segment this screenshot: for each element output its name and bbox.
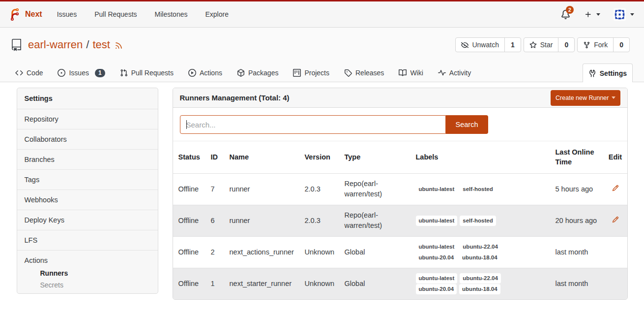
cell-version: 2.0.3 [299,173,339,205]
runner-label-chip: self-hosted [460,184,496,194]
sidebar-item-tags[interactable]: Tags [17,169,158,190]
runner-label-chip: ubuntu-20.04 [416,253,457,263]
nav-item-explore[interactable]: Explore [196,1,237,27]
notification-count-badge: 2 [566,6,574,14]
runner-labels: ubuntu-latestself-hosted [416,216,507,226]
fork-icon [583,41,590,49]
unwatch-label: Unwatch [472,41,498,49]
fork-label: Fork [594,41,608,49]
runner-label-chip: ubuntu-22.04 [460,242,501,252]
sidebar-item-collaborators[interactable]: Collaborators [17,129,158,149]
tab-settings[interactable]: Settings [583,63,633,82]
unwatch-count[interactable]: 1 [504,38,521,52]
cell-type: Global [339,236,410,268]
nav-item-issues[interactable]: Issues [48,1,86,27]
fork-button[interactable]: Fork [578,38,613,52]
sidebar-sublist: RunnersSecrets [25,267,150,291]
nav-item-milestones[interactable]: Milestones [146,1,197,27]
repo-owner-link[interactable]: earl-warren [28,38,83,51]
column-header-status: Status [173,141,205,173]
cell-id: 1 [205,268,224,299]
cell-status: Offline [173,236,205,268]
column-header-labels: Labels [410,141,550,173]
create-new-runner-label: Create new Runner [556,95,609,101]
sidebar-item-actions[interactable]: Actions [25,256,48,264]
tab-label: Releases [355,69,384,77]
cell-edit [607,268,628,299]
search-input[interactable] [180,115,446,134]
rss-icon[interactable] [110,40,123,50]
eye-closed-icon [461,41,468,49]
create-new-menu[interactable] [585,11,600,18]
sidebar-item-webhooks[interactable]: Webhooks [17,190,158,210]
runners-table-head: StatusIDNameVersionTypeLabelsLast Online… [173,141,628,173]
tab-issues[interactable]: Issues1 [50,63,112,82]
runner-label-chip: ubuntu-latest [416,184,458,194]
star-icon [529,41,537,49]
book-icon [399,69,407,77]
cell-labels: ubuntu-latestubuntu-22.04ubuntu-20.04ubu… [410,236,550,268]
tab-packages[interactable]: Packages [230,63,286,82]
top-navbar: Next IssuesPull RequestsMilestonesExplor… [0,0,644,28]
tab-releases[interactable]: Releases [337,63,391,82]
runner-label-chip: ubuntu-18.04 [459,284,500,294]
user-menu[interactable] [614,8,634,21]
sidebar-subitem-runners[interactable]: Runners [25,267,150,279]
cell-version: Unknown [299,268,339,299]
cell-id: 2 [205,236,224,268]
nav-item-pull-requests[interactable]: Pull Requests [86,1,146,27]
create-new-runner-button[interactable]: Create new Runner [551,90,620,106]
play-icon [188,69,196,77]
cell-last-online: 20 hours ago [550,205,607,236]
repo-title-separator: / [86,38,89,51]
sidebar-item-lfs[interactable]: LFS [17,230,158,250]
tab-label: Activity [449,69,471,77]
unwatch-button-group: Unwatch1 [455,37,521,52]
brand-name: Next [25,10,42,19]
tag-icon [344,69,352,77]
edit-runner-button[interactable] [612,185,619,191]
column-header-type: Type [339,141,410,173]
sidebar-item-repository[interactable]: Repository [17,109,158,129]
sidebar-subitem-secrets[interactable]: Secrets [25,279,150,291]
code-icon [15,69,23,77]
cell-type: Global [339,268,410,299]
repo-book-icon [10,39,28,51]
star-count[interactable]: 0 [558,38,574,52]
chevron-down-icon [630,13,634,16]
tab-actions[interactable]: Actions [181,63,230,82]
cell-last-online: 5 hours ago [550,173,607,205]
runner-labels: ubuntu-latestubuntu-22.04ubuntu-20.04ubu… [416,273,507,294]
sidebar-item-branches[interactable]: Branches [17,149,158,169]
tab-projects[interactable]: Projects [286,63,337,82]
notifications-button[interactable]: 2 [561,10,570,19]
tab-pull-requests[interactable]: Pull Requests [113,63,181,82]
edit-runner-button[interactable] [612,216,619,223]
search-button[interactable]: Search [446,115,488,134]
main-content: SettingsRepositoryCollaboratorsBranchesT… [17,88,628,300]
panel-header: Runners Management (Total: 4) Create new… [173,88,627,108]
runner-search-form: Search [173,108,627,141]
runner-labels: ubuntu-latestubuntu-22.04ubuntu-20.04ubu… [416,242,507,263]
star-button[interactable]: Star [524,38,558,52]
table-row-runner-7: Offline7runner2.0.3Repo(earl-warren/test… [173,173,628,205]
runner-label-chip: ubuntu-latest [416,242,458,252]
cell-status: Offline [173,205,205,236]
plus-icon [585,11,592,18]
fork-count[interactable]: 0 [613,38,629,52]
star-label: Star [540,41,553,49]
tab-activity[interactable]: Activity [431,63,478,82]
home-link[interactable]: Next [8,8,42,21]
navbar-items: IssuesPull RequestsMilestonesExplore [48,1,237,27]
unwatch-button[interactable]: Unwatch [456,38,504,52]
table-header-row: StatusIDNameVersionTypeLabelsLast Online… [173,141,628,173]
runner-labels: ubuntu-latestself-hosted [416,184,507,194]
column-header-edit: Edit [607,141,628,173]
tab-label: Actions [200,69,222,77]
tab-wiki[interactable]: Wiki [391,63,430,82]
sidebar-item-deploy-keys[interactable]: Deploy Keys [17,210,158,230]
tab-code[interactable]: Code [8,63,50,82]
cell-status: Offline [173,268,205,299]
pulse-icon [438,69,446,77]
repo-name-link[interactable]: test [92,38,110,51]
